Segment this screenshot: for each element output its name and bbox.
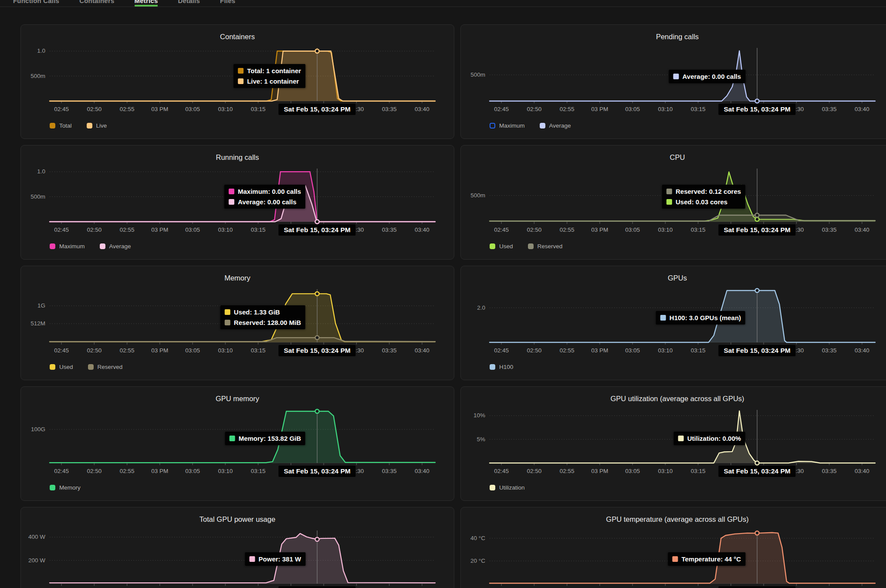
x-axis-label: 03:10 — [658, 106, 673, 112]
x-axis-label: 02:45 — [54, 468, 69, 474]
cursor-time-tooltip: Sat Feb 15, 03:24 PM — [278, 104, 355, 115]
x-axis-label: 02:45 — [494, 106, 509, 112]
tooltip-line: Memory: 153.82 GiB — [230, 435, 301, 442]
legend-label: Memory — [59, 484, 81, 491]
legend-label: Reserved — [538, 243, 563, 250]
legend-item-reserved[interactable]: Reserved — [528, 243, 563, 250]
x-axis-label: 03:35 — [382, 468, 397, 474]
tooltip-series-swatch — [238, 78, 243, 84]
cursor-marker-used — [755, 217, 759, 221]
chart-tooltip: H100: 3.0 GPUs (mean) — [656, 311, 745, 324]
panel-title: Running calls — [21, 152, 454, 162]
chart-tooltip: Temperature: 44 °C — [668, 552, 745, 566]
legend-item-live[interactable]: Live — [87, 122, 107, 129]
x-axis-label: 03:05 — [185, 468, 200, 474]
chart-plot[interactable]: Utilization: 0.00%Sat Feb 15, 03:24 PM — [490, 409, 874, 466]
tooltip-line: Maximum: 0.00 calls — [229, 188, 301, 195]
legend-item-utilization[interactable]: Utilization — [490, 484, 525, 491]
y-axis-label: 10% — [461, 412, 485, 419]
x-axis-label: 02:50 — [527, 347, 541, 354]
chart-legend: H100 — [490, 364, 886, 370]
x-axis-label: 02:45 — [494, 226, 509, 233]
x-axis-label: 03:15 — [251, 347, 266, 354]
legend-item-reserved[interactable]: Reserved — [88, 364, 123, 370]
legend-item-maximum[interactable]: Maximum — [50, 243, 85, 250]
legend-swatch — [50, 364, 55, 370]
tab-function-calls[interactable]: Function Calls — [13, 0, 59, 7]
tooltip-text: Average: 0.00 calls — [238, 198, 297, 206]
tab-files[interactable]: Files — [220, 0, 235, 7]
chart-tooltip: Memory: 153.82 GiB — [225, 432, 305, 445]
x-axis-label: 03:10 — [658, 226, 673, 233]
chart-plot[interactable]: Temperature: 44 °CSat Feb 15, 03:24 PM — [490, 529, 874, 587]
cursor-time-tooltip: Sat Feb 15, 03:24 PM — [718, 586, 795, 588]
tab-details[interactable]: Details — [178, 0, 200, 7]
cursor-marker-average — [315, 220, 319, 224]
active-tab-underline-indicator — [135, 5, 158, 7]
x-axis-label: 02:45 — [54, 226, 69, 233]
tab-metrics[interactable]: Metrics — [135, 0, 158, 7]
x-axis-label: 03 PM — [591, 106, 608, 112]
tooltip-series-swatch — [229, 189, 234, 194]
tooltip-line: Total: 1 container — [238, 67, 301, 74]
chart-plot[interactable]: Power: 381 WSat Feb 15, 03:24 PM — [50, 529, 434, 587]
cursor-marker-temperature — [755, 531, 759, 535]
tooltip-text: Memory: 153.82 GiB — [239, 435, 301, 442]
y-axis-label: 5% — [461, 436, 485, 443]
series-power-area — [50, 534, 435, 584]
legend-item-memory[interactable]: Memory — [50, 484, 81, 491]
chart-plot[interactable]: Used: 1.33 GiBReserved: 128.00 MiBSat Fe… — [50, 288, 434, 345]
cursor-time-tooltip: Sat Feb 15, 03:24 PM — [278, 466, 355, 477]
y-axis-label: 20 °C — [461, 557, 485, 565]
legend-item-average[interactable]: Average — [100, 243, 131, 250]
tooltip-line: Reserved: 128.00 MiB — [225, 319, 301, 326]
chart-plot[interactable]: Reserved: 0.12 coresUsed: 0.03 coresSat … — [490, 167, 874, 225]
x-axis-label: 02:50 — [527, 468, 541, 474]
x-axis-label: 03:05 — [625, 106, 640, 112]
y-axis-label: 500m — [21, 72, 45, 80]
chart-plot[interactable]: Memory: 153.82 GiBSat Feb 15, 03:24 PM — [50, 409, 434, 466]
x-axis-label: 03:35 — [822, 347, 837, 354]
x-axis-label: 03:05 — [625, 226, 640, 233]
legend-item-used[interactable]: Used — [50, 364, 73, 370]
chart-tooltip: Maximum: 0.00 callsAverage: 0.00 calls — [224, 185, 305, 209]
x-axis-label: 03:05 — [185, 226, 200, 233]
tooltip-series-swatch — [660, 315, 666, 321]
legend-item-total[interactable]: Total — [50, 122, 72, 129]
x-axis-label: 03:40 — [415, 468, 429, 474]
y-axis-label: 1G — [21, 302, 45, 310]
tooltip-series-swatch — [230, 436, 235, 441]
tab-containers[interactable]: Containers — [79, 0, 114, 7]
chart-plot[interactable]: Maximum: 0.00 callsAverage: 0.00 callsSa… — [50, 167, 434, 225]
x-axis-label: 03:10 — [218, 106, 233, 112]
chart-area: 100GMemory: 153.82 GiBSat Feb 15, 03:24 … — [21, 409, 454, 476]
cursor-marker-reserved — [755, 213, 759, 217]
x-axis-label: 03:35 — [822, 468, 837, 474]
x-axis-label: 03:40 — [415, 226, 429, 233]
legend-swatch — [490, 123, 495, 128]
panel-title: CPU — [461, 152, 886, 162]
chart-legend: Memory — [50, 484, 454, 491]
cursor-marker-memory — [315, 409, 319, 413]
x-axis-label: 02:55 — [120, 106, 135, 112]
chart-plot[interactable]: Average: 0.00 callsSat Feb 15, 03:24 PM — [490, 47, 874, 104]
y-axis-label: 512M — [21, 320, 45, 328]
chart-plot[interactable]: Total: 1 containerLive: 1 containerSat F… — [50, 47, 434, 104]
tooltip-line: Temperature: 44 °C — [672, 555, 741, 563]
chart-tooltip: Power: 381 W — [245, 552, 306, 566]
chart-plot[interactable]: H100: 3.0 GPUs (mean)Sat Feb 15, 03:24 P… — [490, 288, 874, 345]
y-axis-label: 2.0 — [461, 304, 485, 312]
panel-pending-calls: Pending calls500mAverage: 0.00 callsSat … — [460, 24, 886, 139]
legend-item-maximum[interactable]: Maximum — [490, 122, 525, 129]
x-axis-label: 03:40 — [855, 226, 869, 233]
legend-swatch — [540, 123, 545, 128]
legend-item-used[interactable]: Used — [490, 243, 513, 250]
x-axis-labels: 02:4502:5002:5503 PM03:0503:1003:1503:20… — [490, 466, 874, 476]
legend-item-h100[interactable]: H100 — [490, 364, 513, 370]
tooltip-text: Utilization: 0.00% — [687, 435, 741, 442]
legend-item-average[interactable]: Average — [540, 122, 571, 129]
x-axis-label: 03:05 — [625, 347, 640, 354]
x-axis-label: 03:10 — [658, 468, 673, 474]
y-axis-label: 400 W — [21, 533, 45, 541]
x-axis-label: 02:50 — [527, 226, 541, 233]
